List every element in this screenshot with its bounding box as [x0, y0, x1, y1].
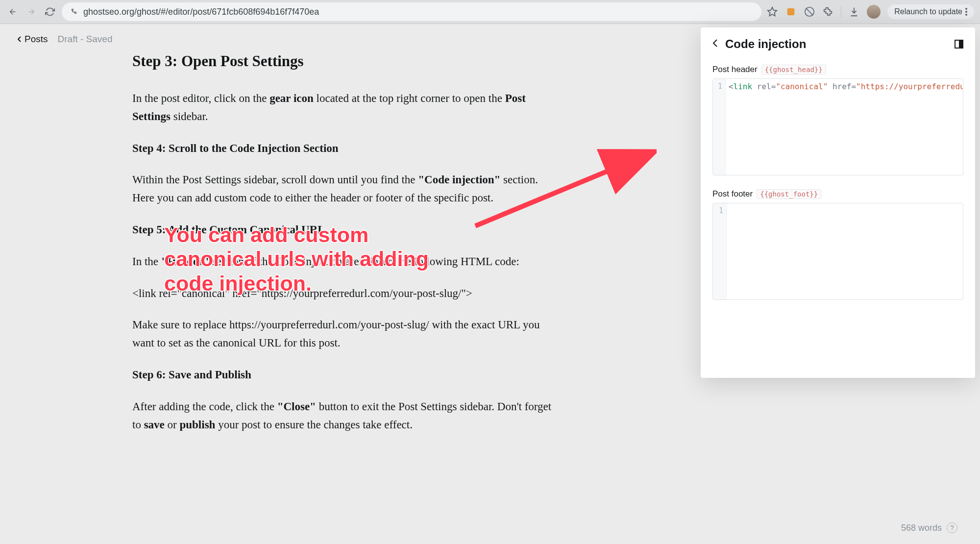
- step-heading: Step 6: Save and Publish: [132, 366, 554, 384]
- svg-rect-2: [787, 8, 795, 16]
- relaunch-button[interactable]: Relaunch to update: [887, 4, 974, 19]
- post-body[interactable]: In the post editor, click on the gear ic…: [0, 70, 686, 434]
- ghost-foot-tag: {{ghost_foot}}: [757, 189, 821, 199]
- svg-point-1: [75, 12, 76, 13]
- paragraph: In the "Header" section of the Code Inje…: [132, 253, 554, 271]
- post-header-editor[interactable]: 1 <link rel="canonical" href="https://yo…: [712, 78, 963, 175]
- paragraph: After adding the code, click the "Close"…: [132, 398, 554, 434]
- code-content[interactable]: <link rel="canonical" href="https://your…: [726, 79, 963, 175]
- word-count: 568 words ?: [901, 522, 957, 533]
- help-icon[interactable]: ?: [947, 522, 957, 533]
- panel-title: Code injection: [725, 37, 806, 51]
- post-header-label: Post header {{ghost_head}}: [712, 65, 963, 74]
- line-gutter: 1: [713, 203, 727, 299]
- ghost-head-tag: {{ghost_head}}: [761, 65, 826, 74]
- draft-status: Draft - Saved: [58, 34, 113, 45]
- code-line: <link rel="canonical" href="https://your…: [132, 285, 554, 303]
- url-text: ghostseo.org/ghost/#/editor/post/671fcb6…: [83, 7, 319, 17]
- code-injection-panel: Code injection Post header {{ghost_head}…: [701, 27, 975, 378]
- svg-point-0: [72, 9, 74, 10]
- back-button[interactable]: [6, 5, 20, 19]
- paragraph: In the post editor, click on the gear ic…: [132, 90, 554, 126]
- reload-button[interactable]: [43, 5, 57, 19]
- posts-back-link[interactable]: Posts: [18, 34, 48, 45]
- svg-point-4: [965, 8, 967, 10]
- step-heading: Step 4: Scroll to the Code Injection Sec…: [132, 140, 554, 158]
- site-info-icon[interactable]: [70, 7, 78, 17]
- address-bar[interactable]: ghostseo.org/ghost/#/editor/post/671fcb6…: [62, 2, 761, 21]
- paragraph: Make sure to replace https://yourpreferr…: [132, 316, 554, 352]
- step-heading: Step 5: Add the Custom Canonical URL: [132, 221, 554, 239]
- maximize-icon[interactable]: [955, 40, 963, 49]
- svg-rect-9: [959, 40, 963, 48]
- line-gutter: 1: [713, 79, 726, 175]
- extension-icon-1[interactable]: [785, 6, 797, 18]
- browser-toolbar: ghostseo.org/ghost/#/editor/post/671fcb6…: [0, 0, 980, 24]
- extension-icon-2[interactable]: [804, 6, 815, 18]
- post-footer-editor[interactable]: 1: [712, 203, 963, 300]
- post-footer-label: Post footer {{ghost_foot}}: [712, 189, 963, 199]
- svg-point-6: [965, 14, 967, 16]
- bookmark-icon[interactable]: [766, 6, 778, 18]
- forward-button[interactable]: [24, 5, 38, 19]
- svg-point-5: [965, 11, 967, 13]
- profile-avatar[interactable]: [867, 5, 881, 19]
- download-icon[interactable]: [848, 6, 860, 18]
- paragraph: Within the Post Settings sidebar, scroll…: [132, 171, 554, 207]
- extensions-puzzle-icon[interactable]: [822, 6, 834, 18]
- code-content[interactable]: [727, 203, 730, 299]
- panel-back-button[interactable]: [712, 39, 718, 50]
